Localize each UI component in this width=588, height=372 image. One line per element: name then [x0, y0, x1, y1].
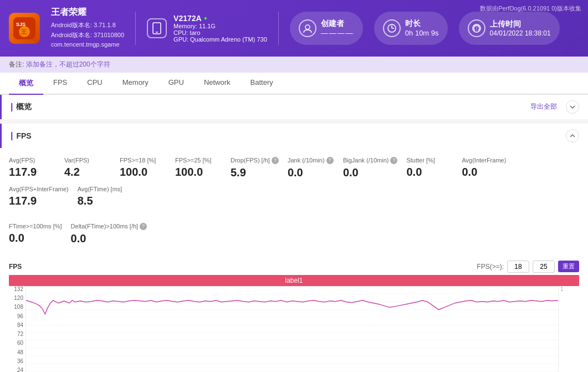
content: | 概览 导出全部 | FPS Avg(FPS) 117.9: [0, 95, 588, 372]
device-online-dot: ●: [204, 15, 207, 21]
reset-button[interactable]: 重置: [558, 261, 579, 272]
fps-threshold-label: FPS(>=):: [477, 263, 504, 271]
stat-avg-interframe: Avg(InterFrame) 0.0: [462, 155, 517, 184]
tab-overview[interactable]: 概览: [9, 73, 43, 95]
upload-label: 上传时间: [490, 19, 551, 29]
creator-info: 创建者 ————: [321, 19, 354, 37]
stat-fps25: FPS>=25 [%] 100.0: [175, 155, 231, 184]
chart-with-axes: 132 120 108 96 84 72 60 48 36 24 12 0: [9, 286, 579, 372]
device-memory: Memory: 11.1G: [173, 23, 267, 29]
duration-section: 时长 0h 10m 9s: [374, 12, 448, 45]
tabs: 概览 FPS CPU Memory GPU Network Battery: [0, 73, 588, 95]
y-axis-left: 132 120 108 96 84 72 60 48 36 24 12 0: [9, 286, 25, 372]
device-cpu: CPU: taro: [173, 29, 267, 36]
stat-drop-fps: Drop(FPS) [/h] ? 5.9: [231, 155, 288, 184]
threshold-input-18[interactable]: [507, 261, 529, 273]
stat-avg-fps: Avg(FPS) 117.9: [9, 155, 64, 184]
delta-ftime-info-icon[interactable]: ?: [140, 223, 147, 230]
divider-2: [278, 12, 279, 45]
stat-bigjank: BigJank (/10min) ? 0.0: [343, 155, 407, 184]
fps-stats-row2: FTime>=100ms [%] 0.0 Delta(FTime)>100ms …: [0, 218, 588, 256]
svg-text:王: 王: [21, 29, 27, 35]
device-gpu: GPU: Qualcomm Adreno (TM) 730: [173, 36, 267, 43]
creator-label: 创建者: [321, 19, 354, 29]
fps-header: | FPS: [0, 124, 588, 148]
stat-delta-ftime: Delta(FTime)>100ms [/h] ? 0.0: [71, 221, 156, 249]
device-name: V2172A: [173, 14, 202, 23]
fps-threshold-controls: FPS(>=): 重置: [477, 261, 579, 273]
tab-network[interactable]: Network: [194, 73, 241, 95]
app-version: Android版本名: 3.71.1.8 Android版本名: 3710108…: [51, 21, 124, 50]
chart-canvas: [25, 286, 559, 372]
notes-bar: 备注: 添加备注，不超过200个字符: [0, 57, 588, 73]
stat-stutter: Stutter [%] 0.0: [406, 155, 462, 184]
stat-avg-ftime: Avg(FTime) [ms] 8.5: [78, 184, 133, 212]
duration-value: 0h 10m 9s: [405, 29, 439, 37]
overview-bar: |: [11, 102, 13, 112]
chart-fps-label: FPS: [9, 263, 22, 271]
header: 数据由PerfDog(6.0.21091 0)版本收集 SJS王 王者荣耀 An…: [0, 0, 588, 57]
svg-point-6: [305, 25, 310, 29]
device-icon: [147, 18, 167, 38]
fps-chart-svg: [26, 287, 558, 372]
creator-section: 创建者 ————: [290, 12, 363, 45]
fps-stats-grid: Avg(FPS) 117.9 Var(FPS) 4.2 FPS>=18 [%] …: [0, 148, 588, 218]
upload-value: 04/01/2022 18:38:01: [490, 29, 551, 37]
tab-memory[interactable]: Memory: [113, 73, 158, 95]
stat-var-fps: Var(FPS) 4.2: [64, 155, 120, 184]
jank-info-icon[interactable]: ?: [326, 157, 334, 164]
upload-icon: [468, 19, 485, 37]
divider-1: [135, 12, 136, 45]
stat-jank: Jank (/10min) ? 0.0: [288, 155, 343, 184]
notes-link[interactable]: 添加备注，不超过200个字符: [26, 60, 110, 68]
fps-collapse-button[interactable]: [566, 129, 579, 142]
notes-prefix: 备注:: [9, 60, 24, 68]
duration-label: 时长: [405, 19, 439, 29]
app-name: 王者荣耀: [51, 7, 124, 18]
app-icon: SJS王: [9, 13, 40, 44]
bigjank-info-icon[interactable]: ?: [390, 157, 397, 164]
overview-collapse-button[interactable]: [566, 100, 579, 114]
upload-section: 上传时间 04/01/2022 18:38:01: [459, 12, 560, 45]
tab-cpu[interactable]: CPU: [77, 73, 112, 95]
stat-avg-fps-interframe: Avg(FPS+InterFrame) 117.9: [9, 184, 78, 212]
fps-section: | FPS Avg(FPS) 117.9 Var(FPS) 4.2 FPS>=1…: [0, 124, 588, 372]
jank-axis-label: Jank: [573, 286, 579, 372]
tab-fps[interactable]: FPS: [43, 73, 77, 95]
upload-info: 上传时间 04/01/2022 18:38:01: [490, 19, 551, 37]
fps-title: FPS: [16, 131, 31, 140]
duration-info: 时长 0h 10m 9s: [405, 19, 439, 37]
app-info: 王者荣耀 Android版本名: 3.71.1.8 Android版本名: 37…: [51, 7, 124, 50]
fps-bar: |: [11, 131, 13, 141]
y-axis-right: 1 0: [559, 286, 574, 372]
tab-battery[interactable]: Battery: [241, 73, 283, 95]
device-section: V2172A ● Memory: 11.1G CPU: taro GPU: Qu…: [147, 14, 267, 43]
stat-ftime100ms: FTime>=100ms [%] 0.0: [9, 221, 71, 249]
creator-icon: [299, 19, 316, 37]
threshold-input-25[interactable]: [533, 261, 555, 273]
overview-title: 概览: [16, 102, 32, 112]
device-info: V2172A ● Memory: 11.1G CPU: taro GPU: Qu…: [173, 14, 267, 43]
data-notice: 数据由PerfDog(6.0.21091 0)版本收集: [480, 4, 581, 13]
creator-value: ————: [321, 29, 354, 37]
overview-header: | 概览 导出全部: [0, 95, 588, 119]
export-button[interactable]: 导出全部: [530, 102, 557, 111]
fps-chart-area: FPS FPS(>=): 重置 label1 132 120 108 96: [0, 256, 588, 372]
duration-icon: [383, 19, 401, 37]
stat-fps18: FPS>=18 [%] 100.0: [120, 155, 175, 184]
tab-gpu[interactable]: GPU: [158, 73, 194, 95]
drop-fps-info-icon[interactable]: ?: [272, 157, 279, 164]
chart-label-bar: label1: [9, 275, 579, 286]
chart-top: FPS FPS(>=): 重置: [9, 261, 579, 273]
